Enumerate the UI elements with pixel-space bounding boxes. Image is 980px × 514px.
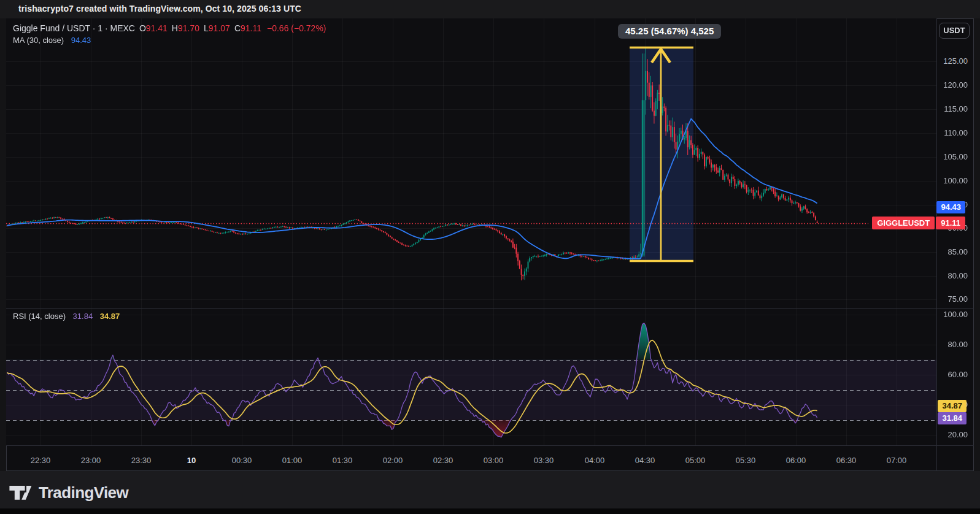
time-axis-label: 02:00 xyxy=(383,456,403,465)
price-axis-label: 80.00 xyxy=(947,271,968,281)
last-price-badge: GIGGLEUSDT 91.11 xyxy=(872,217,965,229)
time-axis-label: 01:30 xyxy=(333,456,353,465)
time-axis-label: 05:00 xyxy=(685,456,706,465)
time-axis-label: 04:30 xyxy=(635,456,655,465)
time-axis-label: 01:00 xyxy=(282,456,303,465)
rsi-axis-label: 80.00 xyxy=(947,340,968,350)
symbol-name-badge: GIGGLEUSDT xyxy=(872,217,935,229)
price-axis-separator xyxy=(936,18,937,471)
ma-legend-row[interactable]: MA (30, close) 94.43 xyxy=(13,36,91,45)
footer-bar xyxy=(0,471,980,514)
price-axis-label: 120.00 xyxy=(943,80,968,90)
tradingview-logo[interactable]: TradingView xyxy=(9,483,128,502)
price-axis-label: 75.00 xyxy=(947,294,968,304)
rsi-ma-value: 34.87 xyxy=(100,312,120,321)
attribution-bar: trishacrypto7 created with TradingView.c… xyxy=(0,0,980,18)
rsi-ma-badge: 34.87 xyxy=(938,400,966,412)
measure-tooltip: 45.25 (54.67%) 4,525 xyxy=(618,24,721,39)
time-axis-label: 03:30 xyxy=(534,456,554,465)
rsi-axis-label: 60.00 xyxy=(947,370,968,380)
ohlc-label: C xyxy=(234,23,241,33)
ma-price-badge: 94.43 xyxy=(936,201,965,213)
time-axis-label: 04:00 xyxy=(585,456,605,465)
ohlc-values: O91.41H91.70L91.07C91.11 xyxy=(135,23,261,33)
time-axis-label: 10 xyxy=(187,456,196,465)
price-axis-label: 125.00 xyxy=(943,56,968,66)
time-axis-label: 23:30 xyxy=(131,456,152,465)
ma-value: 94.43 xyxy=(71,36,91,45)
time-axis-label: 06:30 xyxy=(836,456,857,465)
footer-bottom-strip xyxy=(0,508,980,514)
tradingview-brand-text: TradingView xyxy=(39,483,128,502)
rsi-axis-label: 100.00 xyxy=(943,310,968,320)
ohlc-value: 91.70 xyxy=(178,23,199,33)
price-axis-label: 100.00 xyxy=(943,176,968,186)
ohlc-label: H xyxy=(172,23,178,33)
ohlc-label: O xyxy=(139,23,146,33)
time-axis-label: 00:30 xyxy=(232,456,252,465)
rsi-value: 31.84 xyxy=(73,312,93,321)
tradingview-logo-icon xyxy=(9,486,33,501)
time-axis-label: 22:30 xyxy=(31,456,51,465)
symbol-title: Giggle Fund / USDT · 1 · MEXC xyxy=(13,23,135,33)
attribution-text: trishacrypto7 created with TradingView.c… xyxy=(18,4,301,13)
price-axis-label: 85.00 xyxy=(947,247,968,257)
ohlc-value: 91.11 xyxy=(241,23,261,33)
time-axis-label: 05:30 xyxy=(736,456,756,465)
time-axis-separator xyxy=(6,445,974,446)
rsi-legend-row[interactable]: RSI (14, close) 31.84 34.87 xyxy=(13,312,120,321)
time-axis-label: 03:00 xyxy=(484,456,504,465)
rsi-axis-label: 20.00 xyxy=(947,430,968,440)
ma-label: MA (30, close) xyxy=(13,36,64,45)
rsi-value-badge: 31.84 xyxy=(938,412,966,424)
ohlc-label: L xyxy=(204,23,209,33)
pane-separator[interactable] xyxy=(6,308,974,309)
time-axis-label: 07:00 xyxy=(887,456,907,465)
tradingview-screenshot: trishacrypto7 created with TradingView.c… xyxy=(0,0,980,514)
price-axis-label: 105.00 xyxy=(943,152,968,162)
rsi-label: RSI (14, close) xyxy=(13,312,66,321)
time-axis-label: 23:00 xyxy=(81,456,101,465)
price-axis-label: 115.00 xyxy=(944,104,968,114)
ohlc-value: 91.07 xyxy=(209,23,230,33)
currency-usdt-button[interactable]: USDT xyxy=(939,23,970,39)
ohlc-value: 91.41 xyxy=(146,23,168,33)
price-change: −0.66 (−0.72%) xyxy=(267,23,326,33)
price-axis-label: 110.00 xyxy=(944,128,968,138)
time-axis-label: 02:30 xyxy=(433,456,453,465)
price-chart-canvas[interactable] xyxy=(6,18,936,445)
time-axis-label: 06:00 xyxy=(786,456,806,465)
symbol-legend-row[interactable]: Giggle Fund / USDT · 1 · MEXCO91.41H91.7… xyxy=(13,23,326,33)
last-price-value: 91.11 xyxy=(936,217,965,229)
